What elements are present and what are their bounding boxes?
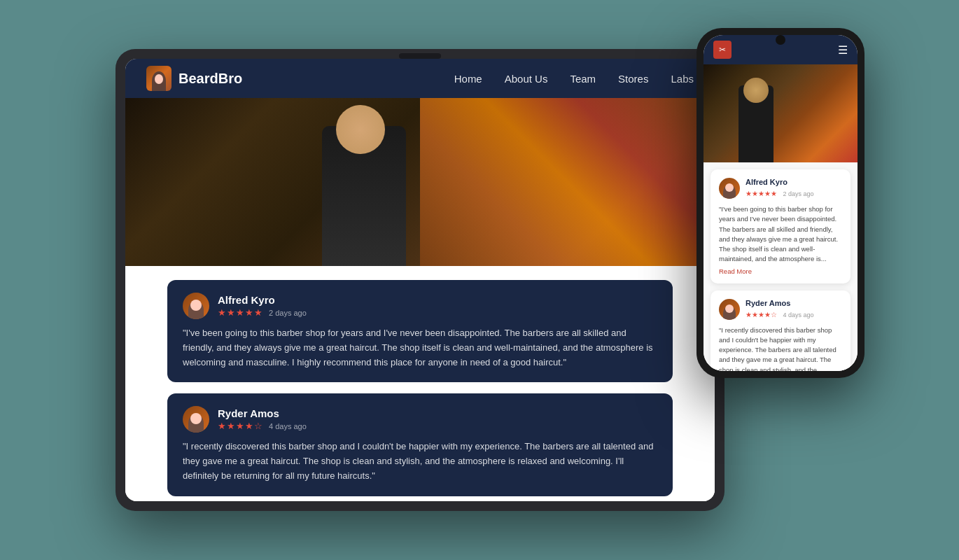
- brand-logo[interactable]: BeardBro: [146, 66, 242, 91]
- phone-avatar-1: [719, 178, 740, 199]
- review-card-1: Alfred Kyro ★★★★★ 2 days ago "I've been …: [167, 280, 673, 382]
- review-date-1: 2 days ago: [269, 309, 307, 317]
- phone-screen: ✂ ☰ Alfred Kyro ★★★★★ 2 days ago: [704, 35, 858, 371]
- phone-review-text-1: "I've been going to this barber shop for…: [719, 204, 842, 265]
- nav-labs[interactable]: Labs: [671, 73, 694, 85]
- nav-team[interactable]: Team: [570, 73, 596, 85]
- review-header-2: Ryder Amos ★★★★☆ 4 days ago: [183, 406, 657, 433]
- nav-links: Home About Us Team Stores Labs: [454, 73, 694, 85]
- phone-review-text-2: "I recently discovered this barber shop …: [719, 326, 842, 372]
- hero-barber-figure: [294, 105, 504, 266]
- nav-stores[interactable]: Stores: [618, 73, 648, 85]
- review-header-1: Alfred Kyro ★★★★★ 2 days ago: [183, 293, 657, 319]
- reviewer-info-1: Alfred Kyro ★★★★★ 2 days ago: [218, 294, 657, 318]
- scene: BeardBro Home About Us Team Stores Labs: [94, 28, 864, 532]
- tablet-camera: [399, 53, 441, 59]
- phone-reviewer-name-1: Alfred Kyro: [746, 178, 814, 186]
- reviewer-name-2: Ryder Amos: [218, 407, 657, 419]
- reviewer-info-2: Ryder Amos ★★★★☆ 4 days ago: [218, 407, 657, 431]
- brand-name: BeardBro: [178, 71, 242, 87]
- tablet-device: BeardBro Home About Us Team Stores Labs: [115, 49, 724, 511]
- phone-review-header-1: Alfred Kyro ★★★★★ 2 days ago: [719, 178, 842, 199]
- phone-stars-2: ★★★★☆: [746, 311, 777, 318]
- review-card-2: Ryder Amos ★★★★☆ 4 days ago "I recently …: [167, 393, 673, 496]
- phone-brand-icon: ✂: [713, 41, 732, 59]
- reviewer-name-1: Alfred Kyro: [218, 294, 657, 306]
- tablet-navbar: BeardBro Home About Us Team Stores Labs: [125, 59, 715, 98]
- reviewer-meta-1: ★★★★★ 2 days ago: [218, 307, 657, 318]
- phone-hero: [704, 64, 858, 162]
- phone-notch: [776, 35, 785, 45]
- brand-avatar-icon: [146, 66, 172, 91]
- phone-reviewer-name-2: Ryder Amos: [746, 299, 814, 307]
- phone-review-card-1: Alfred Kyro ★★★★★ 2 days ago "I've been …: [710, 169, 850, 284]
- phone-stars-1: ★★★★★: [746, 190, 777, 197]
- stars-2: ★★★★☆: [218, 421, 263, 431]
- stars-1: ★★★★★: [218, 307, 263, 318]
- phone-reviewer-info-1: Alfred Kyro ★★★★★ 2 days ago: [746, 178, 814, 199]
- phone-reviews-section: Alfred Kyro ★★★★★ 2 days ago "I've been …: [704, 162, 858, 371]
- phone-date-2: 4 days ago: [783, 312, 813, 318]
- reviewer-avatar-2: [183, 406, 209, 433]
- phone-review-header-2: Ryder Amos ★★★★☆ 4 days ago: [719, 299, 842, 320]
- reviewer-meta-2: ★★★★☆ 4 days ago: [218, 421, 657, 431]
- phone-device: ✂ ☰ Alfred Kyro ★★★★★ 2 days ago: [696, 28, 864, 378]
- phone-avatar-2: [719, 299, 740, 320]
- nav-home[interactable]: Home: [454, 73, 482, 85]
- phone-hero-figure: [724, 71, 794, 162]
- tablet-hero: [125, 98, 715, 266]
- tablet-reviews-section: Alfred Kyro ★★★★★ 2 days ago "I've been …: [125, 266, 715, 501]
- tablet-screen: BeardBro Home About Us Team Stores Labs: [125, 59, 715, 501]
- nav-about[interactable]: About Us: [505, 73, 548, 85]
- phone-date-1: 2 days ago: [783, 190, 813, 197]
- review-text-2: "I recently discovered this barber shop …: [183, 440, 657, 483]
- phone-reviewer-info-2: Ryder Amos ★★★★☆ 4 days ago: [746, 299, 814, 320]
- reviewer-avatar-1: [183, 293, 209, 319]
- review-date-2: 4 days ago: [269, 422, 307, 430]
- review-text-1: "I've been going to this barber shop for…: [183, 326, 657, 370]
- read-more-link-1[interactable]: Read More: [719, 267, 842, 275]
- phone-review-card-2: Ryder Amos ★★★★☆ 4 days ago "I recently …: [710, 290, 850, 372]
- hamburger-menu-icon[interactable]: ☰: [838, 43, 848, 57]
